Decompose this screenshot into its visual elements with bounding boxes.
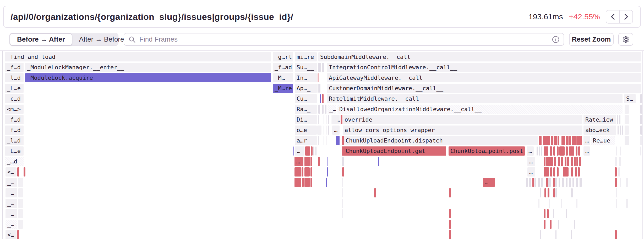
- flame-sliver[interactable]: [625, 136, 629, 145]
- flame-sliver[interactable]: [534, 178, 536, 187]
- flame-frame[interactable]: _…: [6, 209, 17, 218]
- flame-sliver[interactable]: [555, 188, 557, 197]
- flame-frame[interactable]: _M…__: [273, 73, 293, 82]
- flame-frame[interactable]: …: [294, 157, 303, 166]
- flame-sliver[interactable]: [17, 167, 19, 177]
- flame-frame[interactable]: Su…__: [295, 63, 317, 72]
- flame-frame[interactable]: Ra…_: [295, 105, 317, 114]
- flame-sliver[interactable]: [566, 136, 569, 145]
- flame-frame[interactable]: _ModuleLock.acquire: [25, 73, 271, 82]
- flame-frame[interactable]: …: [295, 146, 304, 156]
- flame-sliver[interactable]: [616, 188, 617, 197]
- flame-sliver[interactable]: [578, 146, 580, 156]
- flame-sliver[interactable]: [550, 146, 552, 156]
- flame-sliver[interactable]: [566, 146, 568, 156]
- flame-sliver[interactable]: [576, 136, 578, 145]
- flame-sliver[interactable]: [326, 136, 326, 145]
- flame-frame[interactable]: a…r: [295, 136, 317, 145]
- flamegraph[interactable]: _find_and_load_g…rtmi…reSubdomainMiddlew…: [0, 0, 644, 239]
- flame-sliver[interactable]: [310, 157, 312, 166]
- flame-sliver[interactable]: [640, 146, 641, 156]
- flame-sliver[interactable]: [571, 167, 573, 177]
- flame-sliver[interactable]: [553, 146, 555, 156]
- flame-frame[interactable]: _…: [332, 115, 340, 124]
- flame-sliver[interactable]: [449, 209, 451, 218]
- flame-sliver[interactable]: [342, 188, 343, 197]
- flame-sliver[interactable]: [548, 178, 551, 187]
- flame-sliver[interactable]: [539, 146, 540, 156]
- flame-sliver[interactable]: [619, 157, 621, 166]
- flame-sliver[interactable]: [342, 209, 343, 218]
- flame-frame[interactable]: allow_cors_options_wrapper: [343, 126, 582, 135]
- flame-frame[interactable]: S…: [624, 94, 636, 103]
- flame-sliver[interactable]: [555, 178, 557, 187]
- flame-sliver[interactable]: [572, 136, 576, 145]
- flame-sliver[interactable]: [626, 199, 628, 208]
- flame-frame[interactable]: _…: [6, 220, 17, 229]
- flame-sliver[interactable]: [324, 126, 324, 135]
- flame-sliver[interactable]: [449, 220, 451, 229]
- flame-sliver[interactable]: [616, 146, 617, 156]
- flame-sliver[interactable]: [293, 146, 294, 156]
- flame-frame[interactable]: _f…ad: [273, 63, 293, 72]
- flame-frame[interactable]: Rate…iew: [583, 115, 616, 124]
- flame-sliver[interactable]: [640, 115, 642, 124]
- flame-frame[interactable]: _…: [6, 178, 17, 187]
- flame-sliver[interactable]: [302, 178, 304, 187]
- flame-sliver[interactable]: [561, 199, 562, 208]
- flame-sliver[interactable]: [553, 178, 555, 187]
- flame-sliver[interactable]: [620, 126, 621, 135]
- flame-sliver[interactable]: [558, 220, 559, 229]
- flame-sliver[interactable]: [544, 188, 546, 197]
- flame-sliver[interactable]: [322, 63, 324, 72]
- flame-frame[interactable]: …: [527, 167, 535, 177]
- flame-sliver[interactable]: [546, 136, 550, 145]
- flame-frame[interactable]: …: [583, 136, 590, 145]
- flame-sliver[interactable]: [578, 136, 580, 145]
- flame-sliver[interactable]: [325, 105, 326, 114]
- flame-sliver[interactable]: [569, 146, 574, 156]
- flame-frame[interactable]: SubdomainMiddleware.__call__: [318, 52, 641, 61]
- flame-sliver[interactable]: [580, 136, 582, 145]
- flame-sliver[interactable]: [24, 167, 25, 177]
- flame-frame[interactable]: Cu…_: [295, 94, 317, 103]
- flame-frame[interactable]: _…: [328, 105, 336, 114]
- flame-sliver[interactable]: [571, 188, 573, 197]
- flame-sliver[interactable]: [526, 178, 528, 187]
- flame-sliver[interactable]: [311, 146, 313, 156]
- flame-frame[interactable]: o…e: [295, 126, 317, 135]
- flame-sliver[interactable]: [326, 126, 326, 135]
- flame-sliver[interactable]: [565, 157, 566, 166]
- flame-sliver[interactable]: [18, 178, 23, 187]
- flame-sliver[interactable]: [320, 94, 321, 103]
- flame-sliver[interactable]: [543, 136, 546, 145]
- flame-sliver[interactable]: [571, 230, 572, 239]
- flame-sliver[interactable]: [558, 136, 559, 145]
- flame-sliver[interactable]: [551, 136, 553, 145]
- flame-sliver[interactable]: [322, 105, 324, 114]
- flame-frame[interactable]: _f…d: [5, 63, 24, 72]
- flame-sliver[interactable]: [294, 167, 301, 177]
- flame-frame[interactable]: Ap…_: [295, 84, 317, 93]
- flame-sliver[interactable]: [328, 115, 329, 124]
- flame-sliver[interactable]: [561, 136, 565, 145]
- flame-sliver[interactable]: [559, 146, 565, 156]
- flame-frame[interactable]: …: [583, 146, 590, 156]
- flame-frame[interactable]: <m…>: [5, 105, 24, 114]
- flame-sliver[interactable]: [374, 188, 376, 197]
- flame-sliver[interactable]: [575, 167, 577, 177]
- flame-sliver[interactable]: [318, 73, 319, 82]
- flame-sliver[interactable]: [378, 157, 379, 166]
- flame-frame[interactable]: _ModuleLockManager.__enter__: [25, 63, 271, 72]
- flame-sliver[interactable]: [294, 178, 301, 187]
- flame-sliver[interactable]: [620, 178, 621, 187]
- flame-frame[interactable]: _L…e: [5, 84, 24, 93]
- flame-sliver[interactable]: [342, 199, 343, 208]
- flame-sliver[interactable]: [566, 209, 567, 218]
- flame-sliver[interactable]: [341, 115, 342, 124]
- flame-sliver[interactable]: [615, 178, 617, 187]
- flame-sliver[interactable]: [549, 199, 550, 208]
- flame-sliver[interactable]: [18, 209, 23, 218]
- flame-sliver[interactable]: [567, 157, 569, 166]
- flame-sliver[interactable]: [537, 146, 538, 156]
